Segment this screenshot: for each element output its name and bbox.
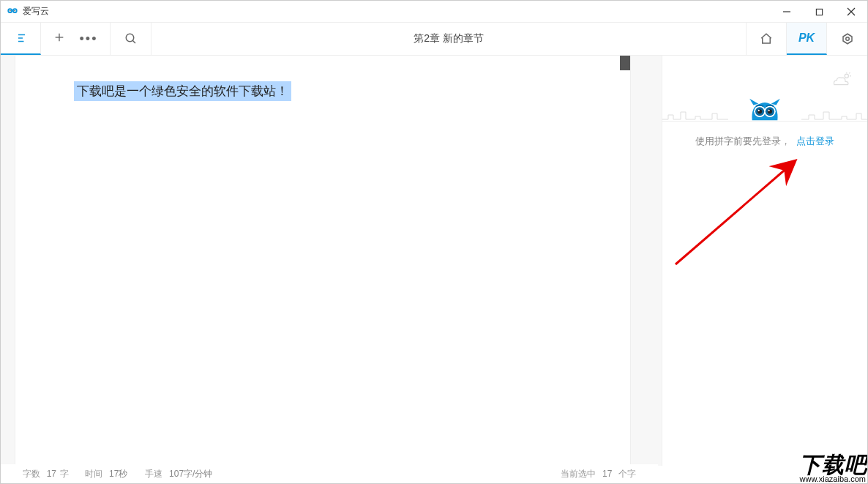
login-prompt-text: 使用拼字前要先登录， bbox=[695, 135, 790, 148]
toolbar: ••• 第2章 新的章节 PK bbox=[1, 23, 867, 56]
app-logo-icon bbox=[7, 6, 18, 18]
login-link[interactable]: 点击登录 bbox=[796, 135, 834, 148]
svg-point-21 bbox=[845, 37, 849, 41]
more-button[interactable]: ••• bbox=[80, 32, 98, 45]
svg-point-22 bbox=[845, 74, 848, 78]
statusbar: 字数 17 字 时间 17秒 手速 107字/分钟 当前选中 17 个字 bbox=[1, 464, 658, 483]
outline-button[interactable] bbox=[1, 23, 41, 55]
weather-icon bbox=[829, 69, 854, 89]
watermark-main: 下载吧 bbox=[799, 454, 867, 476]
editor-text[interactable]: 下载吧是一个绿色安全的软件下载站！ bbox=[74, 81, 291, 101]
editor[interactable]: 下载吧是一个绿色安全的软件下载站！ bbox=[15, 56, 630, 466]
svg-point-18 bbox=[126, 34, 134, 42]
selection-stat: 当前选中 17 个字 bbox=[561, 468, 636, 480]
app-title: 爱写云 bbox=[23, 5, 49, 18]
main-area: 下载吧是一个绿色安全的软件下载站！ bbox=[1, 56, 867, 466]
add-more-group: ••• bbox=[41, 23, 111, 55]
svg-rect-7 bbox=[816, 9, 822, 15]
pk-button[interactable]: PK bbox=[787, 23, 827, 55]
sidebar-header bbox=[662, 56, 867, 122]
window-controls bbox=[771, 1, 867, 23]
svg-marker-20 bbox=[843, 34, 852, 44]
add-button[interactable] bbox=[53, 31, 65, 46]
left-gutter bbox=[1, 56, 15, 466]
editor-wrap: 下载吧是一个绿色安全的软件下载站！ bbox=[1, 56, 662, 466]
titlebar: 爱写云 bbox=[1, 1, 867, 23]
right-gutter bbox=[630, 56, 662, 466]
svg-point-32 bbox=[758, 110, 760, 111]
time-stat: 时间 17秒 bbox=[85, 468, 129, 480]
minimize-button[interactable] bbox=[771, 1, 803, 23]
speed-stat: 手速 107字/分钟 bbox=[145, 468, 214, 480]
svg-point-5 bbox=[14, 10, 15, 11]
close-button[interactable] bbox=[835, 1, 867, 23]
svg-line-25 bbox=[849, 72, 850, 73]
watermark: 下载吧 www.xiazaiba.com bbox=[799, 454, 867, 483]
home-button[interactable] bbox=[747, 23, 787, 55]
owl-icon bbox=[746, 93, 784, 122]
chapter-title[interactable]: 第2章 新的章节 bbox=[151, 23, 746, 55]
watermark-sub: www.xiazaiba.com bbox=[799, 474, 867, 483]
pk-label: PK bbox=[798, 31, 815, 45]
svg-point-30 bbox=[757, 109, 762, 113]
login-prompt: 使用拼字前要先登录， 点击登录 bbox=[662, 122, 867, 161]
svg-point-4 bbox=[10, 10, 10, 11]
sidebar: 使用拼字前要先登录， 点击登录 bbox=[662, 56, 867, 466]
wordcount-stat: 字数 17 字 bbox=[23, 468, 69, 480]
scrollbar-thumb[interactable] bbox=[620, 56, 630, 70]
settings-button[interactable] bbox=[827, 23, 867, 55]
svg-point-33 bbox=[768, 110, 770, 111]
svg-point-31 bbox=[768, 109, 772, 113]
svg-line-19 bbox=[132, 40, 135, 43]
maximize-button[interactable] bbox=[803, 1, 835, 23]
search-button[interactable] bbox=[111, 23, 151, 55]
